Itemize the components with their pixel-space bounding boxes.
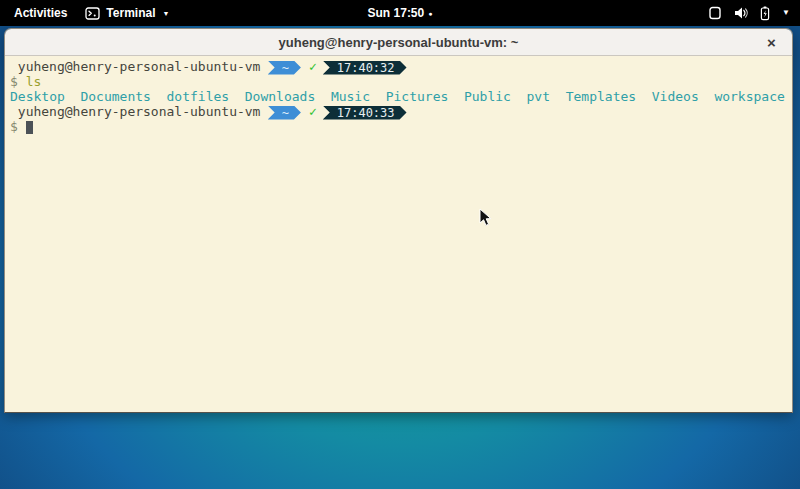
window-title: yuheng@henry-personal-ubuntu-vm: ~ [279,35,519,50]
activities-button[interactable]: Activities [10,4,71,22]
window-headerbar[interactable]: yuheng@henry-personal-ubuntu-vm: ~ × [5,29,792,56]
desktop: Activities Terminal ▼ Sun 17:50 ● [0,0,800,489]
volume-icon [733,6,748,20]
directory-item: Public [464,89,511,104]
prompt-status-check: ✓ [309,104,317,119]
prompt-path-badge: ~ [268,61,301,75]
terminal-content[interactable]: yuheng@henry-personal-ubuntu-vm~✓17:40:3… [5,56,792,412]
prompt-symbol: $ [10,119,18,134]
directory-item: Videos [652,89,699,104]
prompt-line-3: $ [10,119,788,134]
directory-item: Desktop [10,89,65,104]
command-line: $ls [10,74,788,89]
chevron-down-icon: ▼ [162,10,169,17]
directory-listing: DesktopDocumentsdotfilesDownloadsMusicPi… [10,89,788,104]
prompt-host: yuheng@henry-personal-ubuntu-vm [10,104,260,119]
app-menu-terminal[interactable]: Terminal ▼ [85,6,169,20]
terminal-window: yuheng@henry-personal-ubuntu-vm: ~ × yuh… [4,28,793,413]
prompt-path-badge: ~ [268,106,301,120]
terminal-cursor [26,121,33,134]
clock-button[interactable]: Sun 17:50 ● [368,0,433,26]
directory-item: pvt [527,89,550,104]
directory-item: Pictures [386,89,449,104]
directory-item: Documents [80,89,150,104]
top-bar: Activities Terminal ▼ Sun 17:50 ● [0,0,800,26]
prompt-time-badge: 17:40:32 [323,61,407,75]
prompt-line-2: yuheng@henry-personal-ubuntu-vm~✓17:40:3… [10,104,788,119]
directory-item: Templates [566,89,636,104]
directory-item: dotfiles [167,89,230,104]
battery-charging-icon [759,6,771,21]
notification-dot-icon: ● [428,10,432,17]
app-menu-label: Terminal [106,6,155,20]
directory-item: Downloads [245,89,315,104]
prompt-time-badge: 17:40:33 [323,106,407,120]
prompt-host: yuheng@henry-personal-ubuntu-vm [10,59,260,74]
screen-icon [708,6,722,20]
chevron-down-icon: ▼ [782,9,790,17]
directory-item: workspace [714,89,784,104]
prompt-status-check: ✓ [309,59,317,74]
close-button[interactable]: × [761,32,782,53]
prompt-line-1: yuheng@henry-personal-ubuntu-vm~✓17:40:3… [10,59,788,74]
command-text: ls [26,74,42,89]
directory-item: Music [331,89,370,104]
clock-label: Sun 17:50 [368,6,425,20]
terminal-app-icon [85,7,100,20]
prompt-symbol: $ [10,74,18,89]
system-tray[interactable]: ▼ [708,0,800,26]
